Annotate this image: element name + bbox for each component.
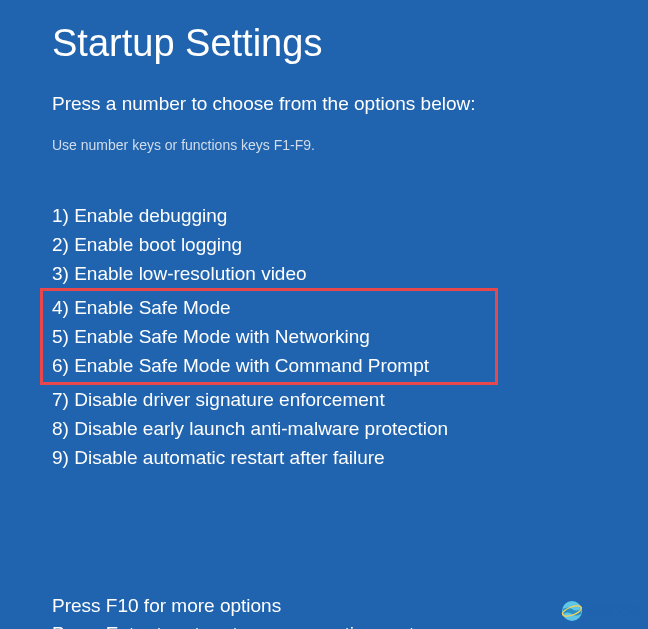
watermark-text: 系统天地: [588, 602, 640, 620]
globe-icon: [560, 599, 584, 623]
option-number: 3: [52, 263, 63, 284]
option-number: 9: [52, 447, 63, 468]
option-label: Enable boot logging: [74, 234, 242, 255]
footer-return: Press Enter to return to your operating …: [52, 620, 596, 629]
option-number: 5: [52, 326, 63, 347]
options-list: 7) Disable driver signature enforcement …: [52, 385, 596, 472]
option-label: Disable driver signature enforcement: [74, 389, 385, 410]
option-number: 4: [52, 297, 63, 318]
option-number: 2: [52, 234, 63, 255]
options-list-highlighted: 4) Enable Safe Mode 5) Enable Safe Mode …: [52, 293, 451, 380]
option-9[interactable]: 9) Disable automatic restart after failu…: [52, 443, 596, 472]
hint-text: Use number keys or functions keys F1-F9.: [52, 137, 596, 153]
option-8[interactable]: 8) Disable early launch anti-malware pro…: [52, 414, 596, 443]
page-title: Startup Settings: [52, 22, 596, 65]
watermark: 系统天地: [560, 599, 640, 623]
option-label: Enable low-resolution video: [74, 263, 306, 284]
option-number: 1: [52, 205, 63, 226]
option-2[interactable]: 2) Enable boot logging: [52, 230, 596, 259]
option-7[interactable]: 7) Disable driver signature enforcement: [52, 385, 596, 414]
option-number: 8: [52, 418, 63, 439]
option-label: Enable Safe Mode with Networking: [74, 326, 370, 347]
option-label: Disable automatic restart after failure: [74, 447, 384, 468]
option-label: Enable Safe Mode with Command Prompt: [74, 355, 429, 376]
startup-settings-screen: Startup Settings Press a number to choos…: [0, 0, 648, 629]
option-label: Enable debugging: [74, 205, 227, 226]
option-number: 7: [52, 389, 63, 410]
footer-more-options: Press F10 for more options: [52, 592, 596, 620]
option-label: Disable early launch anti-malware protec…: [74, 418, 448, 439]
option-number: 6: [52, 355, 63, 376]
option-6[interactable]: 6) Enable Safe Mode with Command Prompt: [52, 351, 451, 380]
option-4[interactable]: 4) Enable Safe Mode: [52, 293, 451, 322]
subtitle: Press a number to choose from the option…: [52, 93, 596, 115]
option-1[interactable]: 1) Enable debugging: [52, 201, 596, 230]
highlight-box: 4) Enable Safe Mode 5) Enable Safe Mode …: [40, 288, 498, 385]
option-3[interactable]: 3) Enable low-resolution video: [52, 259, 596, 288]
footer: Press F10 for more options Press Enter t…: [52, 592, 596, 629]
option-label: Enable Safe Mode: [74, 297, 230, 318]
options-list: 1) Enable debugging 2) Enable boot loggi…: [52, 201, 596, 288]
option-5[interactable]: 5) Enable Safe Mode with Networking: [52, 322, 451, 351]
